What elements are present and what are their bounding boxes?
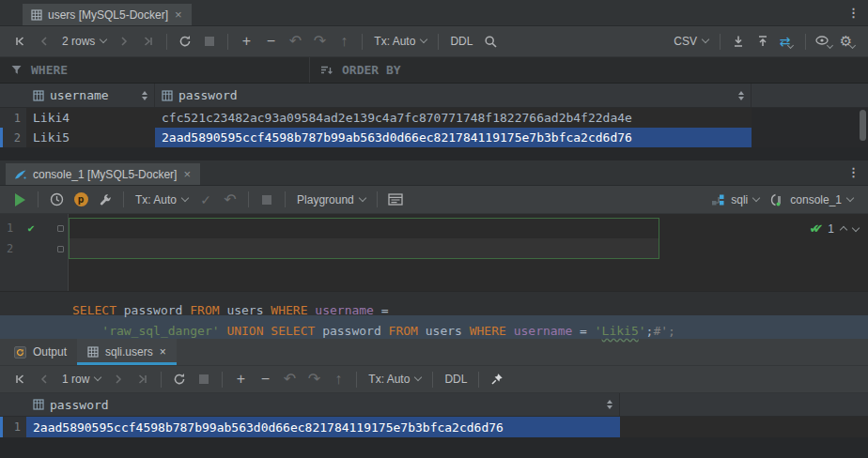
import-data-icon[interactable] <box>752 31 773 52</box>
chevron-down-icon <box>414 374 422 381</box>
close-icon[interactable]: × <box>160 345 166 359</box>
chevron-up-icon[interactable] <box>840 226 847 234</box>
view-options-eye-icon[interactable] <box>814 31 834 52</box>
sort-toggle-icon[interactable] <box>142 91 147 100</box>
stop-button[interactable] <box>256 190 277 210</box>
grid-empty-area <box>0 147 868 160</box>
cell-username[interactable]: Liki4 <box>26 108 155 128</box>
vertical-scrollbar[interactable] <box>860 110 866 141</box>
column-header-password[interactable]: password <box>155 84 752 107</box>
page-size-dropdown[interactable]: 1 row <box>56 373 106 386</box>
rollback-button[interactable]: ↷ <box>309 31 330 52</box>
settings-gear-icon[interactable]: ⚙ <box>838 31 859 52</box>
console-tab-bar: console_1 [MySQL5-Docker] × ⋮ <box>0 160 868 186</box>
editor-gutter: 1 ✔ 2 <box>0 214 69 291</box>
chevron-down-icon[interactable] <box>852 223 860 231</box>
ddl-button[interactable]: DDL <box>444 35 478 48</box>
results-tab-bar: Output sqli.users × <box>0 339 868 366</box>
submit-button[interactable]: ↑ <box>333 31 354 52</box>
tab-console[interactable]: console_1 [MySQL5-Docker] × <box>6 163 200 185</box>
search-icon[interactable] <box>480 31 501 52</box>
row-number[interactable]: 2 <box>0 128 26 147</box>
revert-button[interactable]: ↶ <box>279 369 300 389</box>
tx-mode-dropdown[interactable]: Tx: Auto <box>130 193 194 206</box>
fold-marker-icon[interactable] <box>57 225 64 232</box>
result-toolbar: 1 row + − ↶ ↷ ↑ Tx: Auto DDL <box>0 366 868 393</box>
sort-toggle-icon[interactable] <box>607 400 612 409</box>
next-page-button[interactable] <box>108 369 129 389</box>
compare-icon[interactable]: ⇄ <box>777 31 798 52</box>
divider <box>720 34 721 50</box>
kebab-menu-icon[interactable]: ⋮ <box>847 6 860 20</box>
tab-sqli-users-result[interactable]: sqli.users × <box>77 339 177 365</box>
where-placeholder: WHERE <box>31 63 68 77</box>
sort-toggle-icon[interactable] <box>738 91 744 100</box>
run-button[interactable] <box>9 190 30 210</box>
add-row-button[interactable]: + <box>230 369 251 389</box>
mysql-dolphin-icon <box>14 169 27 180</box>
column-header-username[interactable]: username <box>26 84 155 107</box>
tx-mode-dropdown[interactable]: Tx: Auto <box>368 35 432 48</box>
refresh-button[interactable] <box>175 31 195 52</box>
grid-toolbar: 2 rows + − ↶ ↷ ↑ Tx: Auto DDL CSV ⇄ ⚙ <box>0 26 868 57</box>
rollback-button[interactable]: ↶ <box>220 190 240 210</box>
first-page-button[interactable] <box>9 369 30 389</box>
export-format-dropdown[interactable]: CSV <box>668 35 714 48</box>
divider <box>161 372 162 388</box>
result-view-icon[interactable] <box>385 190 406 210</box>
column-header-password[interactable]: password <box>26 393 620 416</box>
ddl-button[interactable]: DDL <box>439 373 473 386</box>
row-filler <box>752 128 868 147</box>
refresh-button[interactable] <box>169 369 190 389</box>
row-number[interactable]: 1 <box>0 108 26 128</box>
sql-code[interactable]: SELECT password FROM users WHERE usernam… <box>69 214 868 291</box>
stop-button[interactable] <box>194 369 214 389</box>
playground-mode-dropdown[interactable]: Playground <box>291 193 371 206</box>
last-page-button[interactable] <box>132 369 153 389</box>
kebab-menu-icon[interactable]: ⋮ <box>847 165 860 179</box>
schema-dropdown[interactable]: sqli <box>705 193 765 206</box>
close-icon[interactable]: × <box>174 8 183 21</box>
pin-tab-icon[interactable] <box>487 369 507 389</box>
tx-mode-dropdown[interactable]: Tx: Auto <box>363 373 426 386</box>
cell-username[interactable]: Liki5 <box>26 128 155 147</box>
cell-password-selected[interactable]: 2aad5890595ccf4598b787b99ab563d0d66ec821… <box>26 417 620 437</box>
tab-users-table[interactable]: users [MySQL5-Docker] × <box>23 4 192 25</box>
users-data-grid: username password 1 Liki4 cfc521c23482ac… <box>0 84 868 160</box>
column-icon <box>162 90 173 101</box>
revert-button[interactable]: ↶ <box>285 31 305 52</box>
fold-marker-icon[interactable] <box>57 246 64 252</box>
prev-page-button[interactable] <box>34 31 54 52</box>
history-clock-icon[interactable] <box>46 190 67 210</box>
order-by-filter-input[interactable]: ORDER BY <box>310 57 411 83</box>
add-row-button[interactable]: + <box>236 31 256 52</box>
session-dropdown[interactable]: console_1 <box>765 193 859 206</box>
export-data-icon[interactable] <box>728 31 749 52</box>
row-number[interactable]: 1 <box>0 417 26 437</box>
last-page-button[interactable] <box>138 31 159 52</box>
prev-page-button[interactable] <box>34 369 54 389</box>
cell-password-selected[interactable]: 2aad5890595ccf4598b787b99ab563d0d66ec821… <box>155 128 752 147</box>
first-page-button[interactable] <box>9 31 30 52</box>
commit-button[interactable]: ✓ <box>195 190 216 210</box>
tab-output[interactable]: Output <box>4 339 77 365</box>
chevron-down-icon <box>752 193 760 201</box>
stop-button[interactable] <box>199 31 220 52</box>
close-icon[interactable]: × <box>182 168 192 180</box>
table-icon <box>31 9 42 21</box>
rollback-button[interactable]: ↷ <box>303 369 324 389</box>
submit-button[interactable]: ↑ <box>328 369 349 389</box>
page-size-dropdown[interactable]: 2 rows <box>56 35 112 48</box>
execution-count: 1 <box>828 222 834 236</box>
settings-wrench-icon[interactable] <box>95 190 116 210</box>
divider <box>222 372 223 388</box>
cell-password[interactable]: cfc521c23482ac93a09584ad2e139c4a7fc87077… <box>155 108 752 128</box>
next-page-button[interactable] <box>114 31 134 52</box>
delete-row-button[interactable]: − <box>255 369 275 389</box>
sql-editor[interactable]: 1 ✔ 2 SELECT password FROM users WHERE u… <box>0 214 868 291</box>
parameters-badge-icon[interactable]: p <box>70 190 91 210</box>
success-double-check-icon: ✔✔ <box>810 221 817 236</box>
grid-empty-area <box>0 437 868 458</box>
where-filter-input[interactable]: WHERE <box>0 57 310 83</box>
delete-row-button[interactable]: − <box>260 31 281 52</box>
